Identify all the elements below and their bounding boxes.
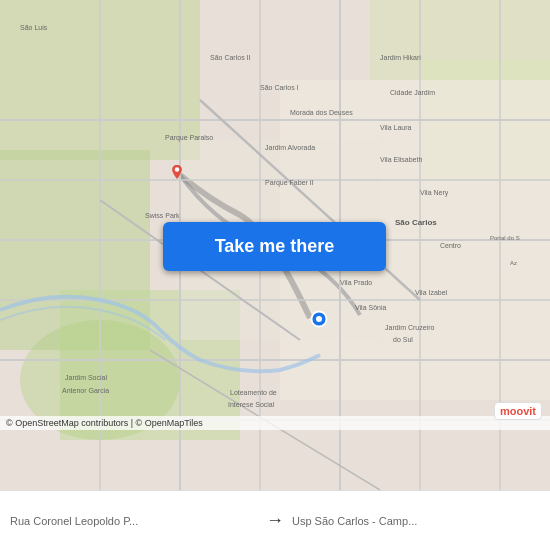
origin-pin	[168, 165, 186, 183]
bottom-navigation-bar: Rua Coronel Leopoldo P... → Usp São Carl…	[0, 490, 550, 550]
take-me-there-label: Take me there	[215, 236, 335, 257]
attribution-text: © OpenStreetMap contributors | © OpenMap…	[6, 418, 203, 428]
from-location-label: Rua Coronel Leopoldo P...	[10, 515, 258, 527]
svg-text:São Carlos: São Carlos	[395, 218, 437, 227]
svg-text:Vila Laura: Vila Laura	[380, 124, 412, 131]
arrow-icon: →	[266, 510, 284, 531]
svg-text:Swiss Park: Swiss Park	[145, 212, 180, 219]
svg-text:Jardim Cruzeiro: Jardim Cruzeiro	[385, 324, 435, 331]
svg-text:Vila Elisabeth: Vila Elisabeth	[380, 156, 422, 163]
svg-text:Loteamento de: Loteamento de	[230, 389, 277, 396]
svg-text:Jardim Alvorada: Jardim Alvorada	[265, 144, 315, 151]
map-attribution: © OpenStreetMap contributors | © OpenMap…	[0, 416, 550, 430]
take-me-there-button[interactable]: Take me there	[163, 222, 386, 271]
svg-text:Morada dos Deuses: Morada dos Deuses	[290, 109, 353, 116]
moovit-label: moovit	[500, 405, 536, 417]
svg-text:Vila Izabel: Vila Izabel	[415, 289, 448, 296]
svg-text:Vila Nery: Vila Nery	[420, 189, 449, 197]
to-section: Usp São Carlos - Camp...	[292, 515, 540, 527]
to-location-label: Usp São Carlos - Camp...	[292, 515, 540, 527]
map-container: São Carlos II São Carlos I Morada dos De…	[0, 0, 550, 490]
svg-text:São Carlos II: São Carlos II	[210, 54, 251, 61]
svg-text:Az: Az	[510, 260, 517, 266]
svg-text:Jardim Social: Jardim Social	[65, 374, 107, 381]
svg-text:Vila Sônia: Vila Sônia	[355, 304, 387, 311]
svg-text:do Sul: do Sul	[393, 336, 413, 343]
svg-text:Cidade Jardim: Cidade Jardim	[390, 89, 435, 96]
svg-text:São Carlos I: São Carlos I	[260, 84, 299, 91]
arrow-section: →	[258, 510, 292, 531]
svg-text:São Luis: São Luis	[20, 24, 48, 31]
moovit-logo: moovit	[494, 402, 542, 420]
svg-text:Antenor Garcia: Antenor Garcia	[62, 387, 109, 394]
svg-text:Jardim Hikari: Jardim Hikari	[380, 54, 421, 61]
svg-text:Interese Social: Interese Social	[228, 401, 275, 408]
svg-text:Parque Faber II: Parque Faber II	[265, 179, 314, 187]
destination-pin	[310, 310, 328, 328]
svg-text:Centro: Centro	[440, 242, 461, 249]
svg-text:Vila Prado: Vila Prado	[340, 279, 372, 286]
from-section: Rua Coronel Leopoldo P...	[10, 515, 258, 527]
svg-text:Portal do S: Portal do S	[490, 235, 520, 241]
svg-point-51	[175, 167, 180, 172]
svg-text:Parque Paralso: Parque Paralso	[165, 134, 213, 142]
svg-point-53	[316, 316, 322, 322]
